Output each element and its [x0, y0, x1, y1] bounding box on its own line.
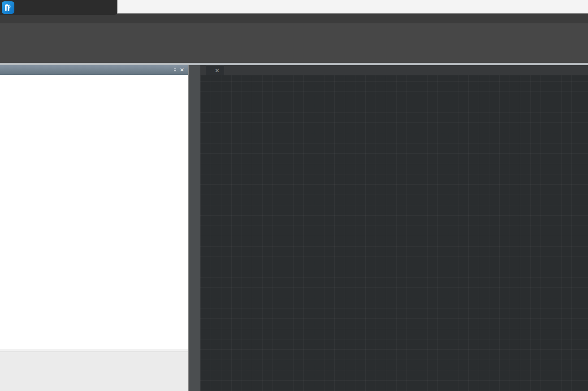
document-tab[interactable]: ✕	[206, 65, 224, 75]
ribbon	[0, 23, 588, 63]
ribbon-tab-bar	[0, 13, 588, 23]
application-window: ✕ ✕	[0, 0, 588, 391]
profile-drawing	[200, 75, 588, 391]
nanocad-logo-icon	[2, 1, 14, 14]
drawing-canvas[interactable]	[200, 75, 588, 391]
panel-splitter[interactable]	[0, 349, 188, 352]
quick-access-toolbar	[0, 0, 117, 15]
pin-icon[interactable]	[171, 66, 178, 74]
close-icon[interactable]: ✕	[178, 66, 186, 74]
tool-panel-footer	[0, 352, 188, 391]
tool-panel-header: ✕	[0, 65, 188, 75]
object-tree	[0, 75, 188, 349]
side-tab-strip	[189, 65, 200, 391]
tab-close-icon[interactable]: ✕	[215, 67, 220, 74]
title-bar	[0, 0, 588, 13]
geoseries-tool-panel: ✕	[0, 65, 189, 391]
document-tab-bar: ✕	[200, 65, 588, 75]
